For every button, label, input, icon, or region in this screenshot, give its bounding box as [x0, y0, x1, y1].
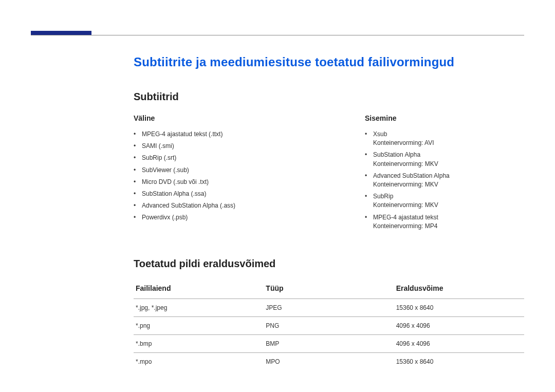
- item-name: MPEG-4 ajastatud tekst: [373, 214, 438, 221]
- decorative-rule-thick: [31, 31, 91, 35]
- table-row: *.png PNG 4096 x 4096: [134, 316, 524, 334]
- cell-type: MPO: [264, 352, 394, 370]
- table-header-type: Tüüp: [264, 281, 394, 299]
- page-title: Subtiitrite ja meediumiesituse toetatud …: [134, 55, 524, 69]
- cell-res: 15360 x 8640: [394, 298, 524, 316]
- cell-type: BMP: [264, 334, 394, 352]
- item-container: Konteinervorming: MP4: [373, 221, 524, 231]
- external-subtitles-column: Väline MPEG-4 ajastatud tekst (.ttxt) SA…: [134, 114, 293, 233]
- internal-list: Xsub Konteinervorming: AVI SubStation Al…: [365, 129, 524, 231]
- list-item: MPEG-4 ajastatud tekst (.ttxt): [134, 129, 293, 139]
- cell-type: JPEG: [264, 298, 394, 316]
- item-name: SubRip: [373, 193, 393, 200]
- table-row: *.mpo MPO 15360 x 8640: [134, 352, 524, 370]
- list-item: SubStation Alpha (.ssa): [134, 189, 293, 199]
- table-row: *.jpg, *.jpeg JPEG 15360 x 8640: [134, 298, 524, 316]
- list-item: Powerdivx (.psb): [134, 213, 293, 222]
- internal-subtitles-column: Sisemine Xsub Konteinervorming: AVI SubS…: [365, 114, 524, 233]
- decorative-rule-thin: [31, 35, 524, 35]
- table-header-res: Eraldusvõime: [394, 281, 524, 299]
- list-item: MPEG-4 ajastatud tekst Konteinervorming:…: [365, 213, 524, 231]
- resolutions-table: Faililaiend Tüüp Eraldusvõime *.jpg, *.j…: [134, 281, 524, 370]
- cell-res: 4096 x 4096: [394, 316, 524, 334]
- list-item: SAMI (.smi): [134, 141, 293, 151]
- cell-res: 15360 x 8640: [394, 352, 524, 370]
- section-heading-resolutions: Toetatud pildi eraldusvõimed: [134, 258, 524, 270]
- list-item: SubRip (.srt): [134, 153, 293, 163]
- cell-ext: *.png: [134, 316, 264, 334]
- item-name: Xsub: [373, 130, 387, 138]
- item-container: Konteinervorming: MKV: [373, 159, 524, 169]
- cell-ext: *.mpo: [134, 352, 264, 370]
- item-container: Konteinervorming: MKV: [373, 180, 524, 190]
- subtitles-columns: Väline MPEG-4 ajastatud tekst (.ttxt) SA…: [134, 114, 524, 233]
- table-header-ext: Faililaiend: [134, 281, 264, 299]
- cell-ext: *.bmp: [134, 334, 264, 352]
- internal-heading: Sisemine: [365, 114, 524, 122]
- cell-res: 4096 x 4096: [394, 334, 524, 352]
- list-item: Xsub Konteinervorming: AVI: [365, 129, 524, 148]
- external-heading: Väline: [134, 114, 293, 122]
- list-item: SubViewer (.sub): [134, 165, 293, 175]
- list-item: Advanced SubStation Alpha (.ass): [134, 201, 293, 211]
- list-item: Micro DVD (.sub või .txt): [134, 177, 293, 187]
- list-item: SubStation Alpha Konteinervorming: MKV: [365, 150, 524, 169]
- item-name: Advanced SubStation Alpha: [373, 172, 450, 179]
- page-content: Subtiitrite ja meediumiesituse toetatud …: [134, 55, 524, 370]
- cell-type: PNG: [264, 316, 394, 334]
- cell-ext: *.jpg, *.jpeg: [134, 298, 264, 316]
- item-container: Konteinervorming: MKV: [373, 200, 524, 210]
- item-container: Konteinervorming: AVI: [373, 138, 524, 148]
- list-item: SubRip Konteinervorming: MKV: [365, 192, 524, 210]
- list-item: Advanced SubStation Alpha Konteinervormi…: [365, 171, 524, 190]
- table-row: *.bmp BMP 4096 x 4096: [134, 334, 524, 352]
- external-list: MPEG-4 ajastatud tekst (.ttxt) SAMI (.sm…: [134, 129, 293, 223]
- section-heading-subtitles: Subtiitrid: [134, 91, 524, 103]
- item-name: SubStation Alpha: [373, 151, 420, 158]
